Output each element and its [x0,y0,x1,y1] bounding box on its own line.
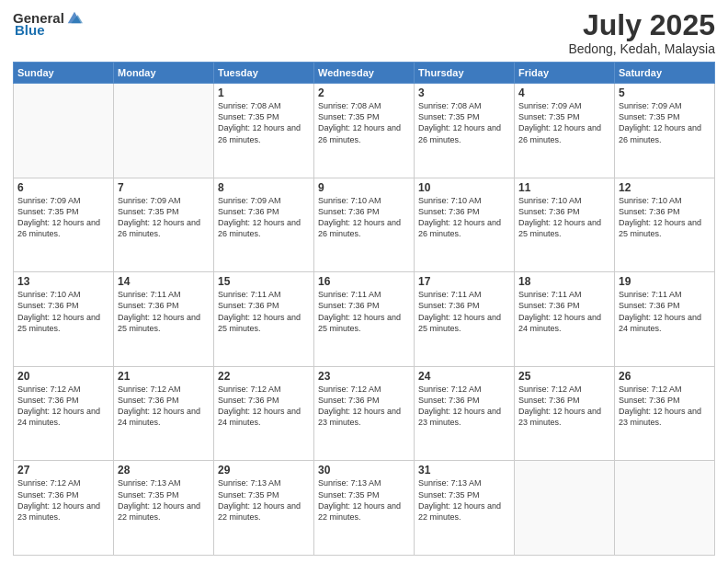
day-info: Sunrise: 7:09 AMSunset: 7:36 PMDaylight:… [218,195,310,240]
day-number: 20 [17,370,109,383]
title-block: July 2025 Bedong, Kedah, Malaysia [568,9,715,56]
header-saturday: Saturday [615,63,715,84]
day-info: Sunrise: 7:12 AMSunset: 7:36 PMDaylight:… [118,384,210,429]
day-number: 6 [17,181,109,194]
calendar-week-row: 1Sunrise: 7:08 AMSunset: 7:35 PMDaylight… [14,84,715,178]
table-row: 14Sunrise: 7:11 AMSunset: 7:36 PMDayligh… [114,272,214,367]
calendar-table: Sunday Monday Tuesday Wednesday Thursday… [13,62,715,556]
table-row [515,461,615,556]
day-info: Sunrise: 7:08 AMSunset: 7:35 PMDaylight:… [218,100,310,145]
day-number: 9 [318,181,410,194]
day-number: 31 [418,464,510,477]
logo: General Blue [13,9,83,38]
day-info: Sunrise: 7:08 AMSunset: 7:35 PMDaylight:… [418,100,510,145]
day-info: Sunrise: 7:12 AMSunset: 7:36 PMDaylight:… [619,384,711,429]
calendar-week-row: 13Sunrise: 7:10 AMSunset: 7:36 PMDayligh… [14,272,715,367]
day-info: Sunrise: 7:10 AMSunset: 7:36 PMDaylight:… [418,195,510,240]
table-row: 3Sunrise: 7:08 AMSunset: 7:35 PMDaylight… [415,84,515,178]
table-row: 2Sunrise: 7:08 AMSunset: 7:35 PMDaylight… [314,84,415,178]
day-info: Sunrise: 7:11 AMSunset: 7:36 PMDaylight:… [418,289,510,334]
table-row: 9Sunrise: 7:10 AMSunset: 7:36 PMDaylight… [314,178,415,272]
day-info: Sunrise: 7:12 AMSunset: 7:36 PMDaylight:… [17,477,109,523]
day-number: 22 [218,370,310,383]
day-number: 5 [619,86,711,99]
location-title: Bedong, Kedah, Malaysia [568,41,715,56]
header: General Blue July 2025 Bedong, Kedah, Ma… [13,9,715,56]
day-number: 4 [518,86,610,99]
table-row: 12Sunrise: 7:10 AMSunset: 7:36 PMDayligh… [615,178,715,272]
day-info: Sunrise: 7:11 AMSunset: 7:36 PMDaylight:… [518,289,610,334]
table-row: 10Sunrise: 7:10 AMSunset: 7:36 PMDayligh… [415,178,515,272]
logo-icon [66,9,83,26]
day-number: 1 [218,86,310,99]
table-row: 7Sunrise: 7:09 AMSunset: 7:35 PMDaylight… [114,178,214,272]
day-number: 11 [518,181,610,194]
day-info: Sunrise: 7:10 AMSunset: 7:36 PMDaylight:… [17,289,109,334]
day-info: Sunrise: 7:11 AMSunset: 7:36 PMDaylight:… [118,289,210,334]
day-info: Sunrise: 7:12 AMSunset: 7:36 PMDaylight:… [518,384,610,429]
header-wednesday: Wednesday [314,63,415,84]
day-number: 2 [318,86,410,99]
table-row [114,84,214,178]
day-number: 10 [418,181,510,194]
day-number: 3 [418,86,510,99]
day-number: 17 [418,275,510,288]
day-info: Sunrise: 7:10 AMSunset: 7:36 PMDaylight:… [619,195,711,240]
day-info: Sunrise: 7:13 AMSunset: 7:35 PMDaylight:… [318,477,410,523]
table-row: 15Sunrise: 7:11 AMSunset: 7:36 PMDayligh… [214,272,314,367]
day-number: 14 [118,275,210,288]
day-number: 30 [318,464,410,477]
day-number: 28 [118,464,210,477]
table-row: 13Sunrise: 7:10 AMSunset: 7:36 PMDayligh… [14,272,114,367]
header-friday: Friday [515,63,615,84]
day-info: Sunrise: 7:13 AMSunset: 7:35 PMDaylight:… [418,477,510,523]
table-row: 27Sunrise: 7:12 AMSunset: 7:36 PMDayligh… [14,461,114,556]
day-number: 12 [619,181,711,194]
day-info: Sunrise: 7:12 AMSunset: 7:36 PMDaylight:… [418,384,510,429]
day-number: 26 [619,370,711,383]
table-row: 29Sunrise: 7:13 AMSunset: 7:35 PMDayligh… [214,461,314,556]
table-row: 16Sunrise: 7:11 AMSunset: 7:36 PMDayligh… [314,272,415,367]
day-info: Sunrise: 7:10 AMSunset: 7:36 PMDaylight:… [318,195,410,240]
table-row: 1Sunrise: 7:08 AMSunset: 7:35 PMDaylight… [214,84,314,178]
header-sunday: Sunday [14,63,114,84]
day-info: Sunrise: 7:12 AMSunset: 7:36 PMDaylight:… [218,384,310,429]
day-info: Sunrise: 7:13 AMSunset: 7:35 PMDaylight:… [218,477,310,523]
day-number: 16 [318,275,410,288]
day-info: Sunrise: 7:11 AMSunset: 7:36 PMDaylight:… [218,289,310,334]
logo-blue: Blue [15,22,45,38]
day-number: 25 [518,370,610,383]
table-row: 6Sunrise: 7:09 AMSunset: 7:35 PMDaylight… [14,178,114,272]
table-row: 18Sunrise: 7:11 AMSunset: 7:36 PMDayligh… [515,272,615,367]
calendar-week-row: 6Sunrise: 7:09 AMSunset: 7:35 PMDaylight… [14,178,715,272]
day-number: 29 [218,464,310,477]
calendar-header-row: Sunday Monday Tuesday Wednesday Thursday… [14,63,715,84]
day-info: Sunrise: 7:09 AMSunset: 7:35 PMDaylight:… [118,195,210,240]
table-row: 28Sunrise: 7:13 AMSunset: 7:35 PMDayligh… [114,461,214,556]
header-tuesday: Tuesday [214,63,314,84]
day-number: 7 [118,181,210,194]
day-info: Sunrise: 7:10 AMSunset: 7:36 PMDaylight:… [518,195,610,240]
page-container: General Blue July 2025 Bedong, Kedah, Ma… [0,0,728,563]
day-number: 13 [17,275,109,288]
table-row: 17Sunrise: 7:11 AMSunset: 7:36 PMDayligh… [415,272,515,367]
table-row [615,461,715,556]
day-number: 23 [318,370,410,383]
table-row: 5Sunrise: 7:09 AMSunset: 7:35 PMDaylight… [615,84,715,178]
day-number: 8 [218,181,310,194]
month-title: July 2025 [568,9,715,41]
day-info: Sunrise: 7:09 AMSunset: 7:35 PMDaylight:… [619,100,711,145]
table-row [14,84,114,178]
day-number: 24 [418,370,510,383]
table-row: 20Sunrise: 7:12 AMSunset: 7:36 PMDayligh… [14,366,114,461]
day-number: 19 [619,275,711,288]
day-number: 27 [17,464,109,477]
table-row: 30Sunrise: 7:13 AMSunset: 7:35 PMDayligh… [314,461,415,556]
day-number: 21 [118,370,210,383]
day-info: Sunrise: 7:12 AMSunset: 7:36 PMDaylight:… [17,384,109,429]
header-thursday: Thursday [415,63,515,84]
day-info: Sunrise: 7:11 AMSunset: 7:36 PMDaylight:… [318,289,410,334]
day-info: Sunrise: 7:09 AMSunset: 7:35 PMDaylight:… [518,100,610,145]
table-row: 23Sunrise: 7:12 AMSunset: 7:36 PMDayligh… [314,366,415,461]
table-row: 26Sunrise: 7:12 AMSunset: 7:36 PMDayligh… [615,366,715,461]
